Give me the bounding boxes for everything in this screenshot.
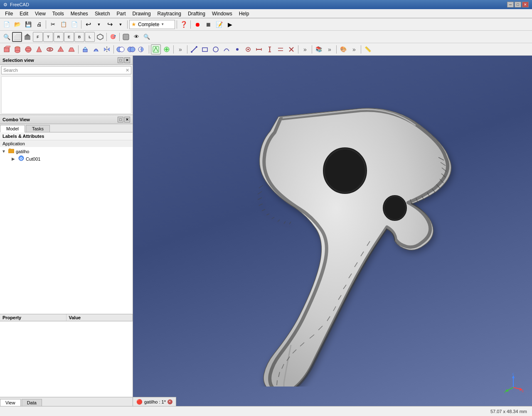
menu-item-edit[interactable]: Edit bbox=[16, 9, 32, 18]
tab-tasks[interactable]: Tasks bbox=[26, 125, 50, 132]
redo-dropdown[interactable]: ▼ bbox=[116, 20, 126, 29]
maximize-button[interactable]: □ bbox=[515, 2, 521, 7]
svg-line-86 bbox=[262, 209, 265, 211]
view-right-button[interactable]: R bbox=[54, 32, 64, 42]
menu-item-file[interactable]: File bbox=[2, 9, 16, 18]
menu-item-view[interactable]: View bbox=[32, 9, 49, 18]
viewport[interactable]: Z X Y 🔴 gatilho : 1* ✕ bbox=[133, 56, 532, 406]
view-rear-button[interactable]: E bbox=[64, 32, 74, 42]
render-more[interactable]: » bbox=[349, 44, 359, 54]
redo-button[interactable]: ↪ bbox=[105, 20, 115, 29]
extrude-button[interactable] bbox=[80, 44, 90, 54]
selection-restore-button[interactable]: □ bbox=[118, 57, 123, 63]
menu-item-part[interactable]: Part bbox=[113, 9, 129, 18]
viewport-tab-close[interactable]: ✕ bbox=[167, 399, 172, 404]
print-button[interactable]: 🖨 bbox=[34, 20, 44, 29]
more2-button[interactable]: » bbox=[300, 44, 310, 54]
save-button[interactable]: 💾 bbox=[23, 20, 33, 29]
menu-item-tools[interactable]: Tools bbox=[49, 9, 67, 18]
svg-marker-12 bbox=[37, 46, 42, 52]
view-front-button[interactable]: F bbox=[33, 32, 43, 42]
record-button[interactable]: ⏺ bbox=[192, 20, 202, 29]
sketch-arc[interactable] bbox=[222, 44, 232, 54]
stop-button[interactable]: ⏹ bbox=[203, 20, 213, 29]
sketch-circle[interactable] bbox=[211, 44, 221, 54]
btm-tab-data[interactable]: Data bbox=[22, 399, 42, 406]
menu-item-help[interactable]: Help bbox=[236, 9, 253, 18]
btm-tab-view[interactable]: View bbox=[0, 399, 21, 406]
fit-selection-button[interactable]: ⬜ bbox=[12, 32, 22, 42]
menu-item-windows[interactable]: Windows bbox=[209, 9, 236, 18]
new-button[interactable]: 📄 bbox=[2, 20, 12, 29]
boolean-common-button[interactable] bbox=[137, 44, 147, 54]
constrain-vertical[interactable] bbox=[265, 44, 275, 54]
boolean-fuse-button[interactable] bbox=[126, 44, 136, 54]
sketch-button[interactable] bbox=[151, 44, 161, 54]
copy-button[interactable]: 📋 bbox=[59, 20, 69, 29]
svg-point-37 bbox=[236, 48, 239, 51]
prism-button[interactable] bbox=[56, 44, 66, 54]
search-input[interactable] bbox=[3, 68, 126, 73]
separator-3 bbox=[127, 20, 128, 29]
workbench-dropdown[interactable]: ★ Complete ▼ bbox=[129, 20, 175, 29]
close-button[interactable]: ✕ bbox=[522, 2, 529, 7]
viewport-tab-label[interactable]: gatilho : 1* bbox=[144, 399, 166, 404]
properties-panel: Property Value bbox=[0, 314, 133, 397]
box-button[interactable] bbox=[2, 44, 12, 54]
sketch-rect[interactable] bbox=[200, 44, 210, 54]
render-button[interactable]: 🎨 bbox=[338, 44, 348, 54]
search-clear-icon[interactable]: ✕ bbox=[126, 68, 129, 73]
wedge-button[interactable] bbox=[66, 44, 76, 54]
menu-item-raytracing[interactable]: Raytracing bbox=[154, 9, 185, 18]
mirror-button[interactable] bbox=[102, 44, 112, 54]
view-left-button[interactable]: L bbox=[85, 32, 95, 42]
tree-item-cut001[interactable]: ▶ Cut001 bbox=[11, 155, 132, 163]
menu-item-drawing[interactable]: Drawing bbox=[129, 9, 154, 18]
view-iso-button[interactable] bbox=[95, 32, 105, 42]
boolean-cut-button[interactable] bbox=[116, 44, 126, 54]
tab-model[interactable]: Model bbox=[0, 125, 25, 132]
torus-button[interactable] bbox=[45, 44, 55, 54]
combo-header-controls: □ ✕ bbox=[118, 117, 130, 122]
constrain-parallel[interactable] bbox=[276, 44, 286, 54]
standard-views-button[interactable]: 🎯 bbox=[108, 32, 118, 42]
layers-more[interactable]: » bbox=[325, 44, 335, 54]
edit-button[interactable]: 📝 bbox=[214, 20, 224, 29]
combo-close-button[interactable]: ✕ bbox=[124, 117, 130, 122]
cone-button[interactable] bbox=[34, 44, 44, 54]
paste-button[interactable]: 📄 bbox=[69, 20, 79, 29]
constrain-coincident[interactable] bbox=[243, 44, 253, 54]
revolve-button[interactable] bbox=[91, 44, 101, 54]
fit-all-button[interactable]: 🔍 bbox=[2, 32, 12, 42]
sphere-button[interactable] bbox=[23, 44, 33, 54]
menu-item-sketch[interactable]: Sketch bbox=[91, 9, 113, 18]
zoom-button[interactable]: 🔍 bbox=[142, 32, 152, 42]
play-button[interactable]: ▶ bbox=[225, 20, 235, 29]
measure-button[interactable]: 📏 bbox=[363, 44, 373, 54]
sketch-point[interactable] bbox=[232, 44, 242, 54]
constrain-horizontal[interactable] bbox=[254, 44, 264, 54]
selection-close-button[interactable]: ✕ bbox=[124, 57, 130, 63]
minimize-button[interactable]: ─ bbox=[507, 2, 514, 7]
undo-dropdown[interactable]: ▼ bbox=[94, 20, 104, 29]
view-bottom-button[interactable]: B bbox=[74, 32, 84, 42]
tree-item-gatilho[interactable]: ▼ gatilho bbox=[1, 148, 132, 155]
draw-style-button[interactable] bbox=[121, 32, 131, 42]
cut-button[interactable]: ✂ bbox=[48, 20, 58, 29]
view-home-button[interactable] bbox=[22, 32, 32, 42]
stereo-button[interactable]: 👁 bbox=[131, 32, 141, 42]
delete-button[interactable] bbox=[286, 44, 296, 54]
more-button[interactable]: » bbox=[175, 44, 185, 54]
open-button[interactable]: 📂 bbox=[12, 20, 22, 29]
cylinder-button[interactable] bbox=[12, 44, 22, 54]
view-top-button[interactable]: T bbox=[43, 32, 53, 42]
combo-restore-button[interactable]: □ bbox=[118, 117, 123, 122]
separator-5 bbox=[190, 20, 191, 29]
menu-item-meshes[interactable]: Meshes bbox=[67, 9, 91, 18]
help-button[interactable]: ❓ bbox=[179, 20, 189, 29]
menu-item-drafting[interactable]: Drafting bbox=[185, 9, 209, 18]
undo-button[interactable]: ↩ bbox=[83, 20, 93, 29]
attach-sketch-button[interactable] bbox=[162, 44, 172, 54]
layers-button[interactable]: 📚 bbox=[314, 44, 324, 54]
sketch-line[interactable] bbox=[189, 44, 199, 54]
